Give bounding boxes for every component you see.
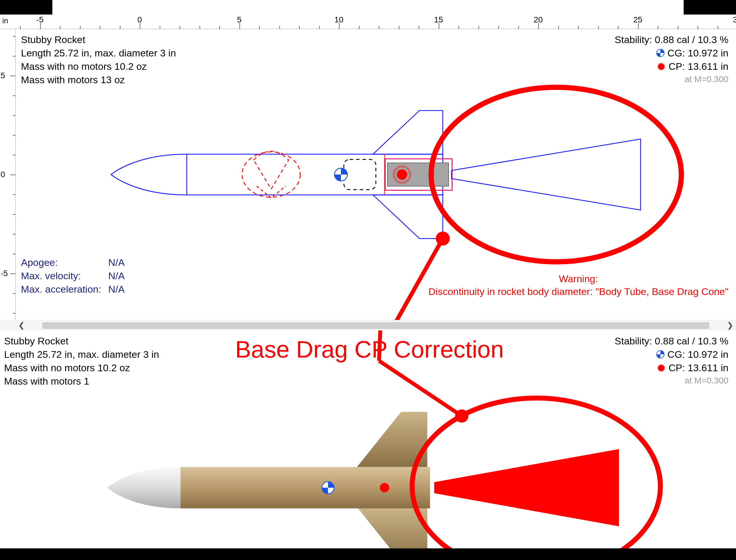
svg-point-10 <box>394 166 410 183</box>
pane-top[interactable]: Stubby Rocket Length 25.72 in, max. diam… <box>16 29 736 320</box>
pane-top-wrap: 50-5 Stubby Rocket Length 25.72 in, max.… <box>0 29 736 320</box>
maxvel-value: N/A <box>108 269 125 283</box>
cp-icon <box>658 63 664 70</box>
warning-block: Warning: Discontinuity in rocket body di… <box>429 272 728 298</box>
ruler-vertical: 50-5 <box>0 29 16 320</box>
cp-label: CP: 13.611 in <box>669 61 728 72</box>
svg-marker-15 <box>357 412 427 467</box>
top-black-bar <box>0 0 736 15</box>
scrollbar-horizontal[interactable]: ❮ ❯ <box>0 320 736 330</box>
warning-title: Warning: <box>429 272 728 285</box>
svg-point-12 <box>431 87 681 262</box>
svg-point-21 <box>412 398 660 548</box>
svg-marker-1 <box>373 195 443 239</box>
mass-no-motors: Mass with no motors 10.2 oz <box>4 361 159 375</box>
svg-rect-5 <box>385 159 452 190</box>
svg-point-8 <box>335 168 347 181</box>
maxacc-value: N/A <box>108 283 125 296</box>
mass-with-motors: Mass with motors 1 <box>4 375 159 388</box>
stability-block-top: Stability: 0.88 cal / 10.3 % CG: 10.972 … <box>615 33 728 85</box>
svg-marker-16 <box>357 507 427 548</box>
scroll-thumb[interactable] <box>42 322 709 329</box>
ruler-unit: in <box>1 16 9 25</box>
length-line: Length 25.72 in, max. diameter 3 in <box>21 47 176 60</box>
svg-point-14 <box>436 232 450 246</box>
svg-point-9 <box>397 169 407 180</box>
cg-icon <box>656 350 664 358</box>
svg-point-19 <box>380 483 389 492</box>
svg-marker-11 <box>451 139 641 210</box>
maxacc-label: Max. acceleration: <box>21 283 102 296</box>
mach-label: at M=0.300 <box>615 375 728 387</box>
scroll-track[interactable] <box>29 322 723 329</box>
mass-no-motors: Mass with no motors 10.2 oz <box>21 60 176 73</box>
warning-body: Discontinuity in rocket body diameter: "… <box>429 285 728 298</box>
mach-label: at M=0.300 <box>615 73 728 85</box>
cg-icon <box>656 49 664 57</box>
cg-label: CG: 10.972 in <box>667 47 728 58</box>
maxvel-label: Max. velocity: <box>21 269 102 283</box>
svg-rect-4 <box>387 163 449 186</box>
stability: Stability: 0.88 cal / 10.3 % <box>615 335 728 348</box>
info-block-bottom: Stubby Rocket Length 25.72 in, max. diam… <box>4 335 159 388</box>
scroll-left-button[interactable]: ❮ <box>16 320 27 331</box>
svg-marker-0 <box>373 111 443 154</box>
cg-label: CG: 10.972 in <box>667 349 728 360</box>
svg-rect-2 <box>187 154 443 195</box>
bottom-black-bar <box>0 548 736 560</box>
sim-block: Apogee:N/A Max. velocity:N/A Max. accele… <box>21 256 125 296</box>
apogee-label: Apogee: <box>21 256 102 269</box>
svg-marker-20 <box>434 449 619 526</box>
page-root: in -5051015202530 50-5 Stubby Rocket Len… <box>0 0 736 560</box>
pane-bottom[interactable]: Stubby Rocket Length 25.72 in, max. diam… <box>0 330 736 548</box>
annotation-label: Base Drag CP Correction <box>198 336 541 363</box>
mass-with-motors: Mass with motors 13 oz <box>21 73 176 87</box>
info-block-top: Stubby Rocket Length 25.72 in, max. diam… <box>21 33 176 87</box>
cp-icon <box>658 365 664 371</box>
svg-point-6 <box>242 152 300 197</box>
svg-point-18 <box>322 482 334 494</box>
svg-rect-17 <box>180 467 430 508</box>
cp-label: CP: 13.611 in <box>669 362 728 373</box>
ruler-horizontal: in -5051015202530 <box>0 15 736 29</box>
rocket-name: Stubby Rocket <box>21 33 176 47</box>
scroll-right-button[interactable]: ❯ <box>724 320 736 331</box>
svg-rect-7 <box>344 159 376 190</box>
stability: Stability: 0.88 cal / 10.3 % <box>615 33 728 47</box>
rocket-name: Stubby Rocket <box>4 335 159 348</box>
apogee-value: N/A <box>108 256 125 269</box>
stability-block-bottom: Stability: 0.88 cal / 10.3 % CG: 10.972 … <box>615 335 728 386</box>
length-line: Length 25.72 in, max. diameter 3 in <box>4 348 159 361</box>
svg-point-23 <box>455 409 469 423</box>
svg-line-22 <box>379 361 462 416</box>
